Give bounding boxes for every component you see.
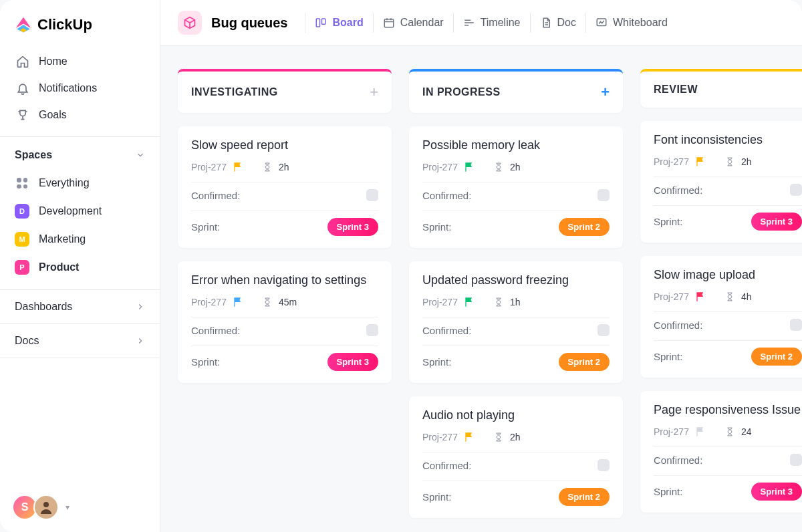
add-card-button[interactable]: +: [601, 84, 610, 101]
task-card[interactable]: Font inconsistenciesProj-2772hConfirmed:…: [640, 121, 802, 243]
hourglass-icon: [494, 297, 503, 307]
task-card[interactable]: Audio not playingProj-2772hConfirmed:Spr…: [409, 396, 623, 518]
flag-icon: [696, 426, 706, 437]
project-id: Proj-277: [422, 432, 458, 442]
nav-label: Notifications: [39, 82, 97, 94]
space-product[interactable]: P Product: [0, 253, 160, 281]
confirmed-checkbox[interactable]: [366, 324, 378, 336]
time-estimate: 2h: [510, 432, 521, 442]
user-avatars[interactable]: S ▾: [12, 495, 70, 520]
sprint-badge[interactable]: Sprint 3: [751, 483, 802, 501]
sprint-badge[interactable]: Sprint 2: [559, 353, 610, 371]
flag-icon: [464, 162, 475, 172]
field-label: Confirmed:: [191, 325, 240, 336]
tab-board[interactable]: Board: [305, 13, 372, 33]
task-card[interactable]: Error when navigating to settingsProj-27…: [178, 261, 392, 383]
task-card[interactable]: Slow speed reportProj-2772hConfirmed:Spr…: [178, 126, 392, 248]
tab-timeline[interactable]: Timeline: [453, 13, 530, 33]
space-development[interactable]: D Development: [0, 197, 160, 225]
grid-icon: [15, 176, 29, 190]
app-logo[interactable]: ClickUp: [0, 0, 160, 45]
hourglass-icon: [263, 162, 272, 172]
column-review: REVIEWFont inconsistenciesProj-2772hConf…: [640, 69, 802, 532]
tab-label: Doc: [557, 17, 576, 29]
confirmed-checkbox[interactable]: [790, 319, 802, 331]
hourglass-icon: [263, 297, 272, 307]
nav-dashboards[interactable]: Dashboards: [0, 290, 160, 323]
sprint-field: Sprint:Sprint 3: [654, 205, 802, 231]
nav-docs[interactable]: Docs: [0, 324, 160, 358]
bell-icon: [16, 82, 29, 95]
space-marketing[interactable]: M Marketing: [0, 225, 160, 253]
sprint-badge[interactable]: Sprint 2: [751, 348, 802, 366]
sprint-badge[interactable]: Sprint 3: [751, 213, 802, 231]
field-label: Confirmed:: [422, 325, 471, 336]
task-card[interactable]: Possible memory leakProj-2772hConfirmed:…: [409, 126, 623, 248]
space-badge-icon: D: [15, 204, 29, 219]
page-icon: [178, 11, 202, 35]
column-header: IN PROGRESS+: [409, 69, 623, 113]
confirmed-checkbox[interactable]: [597, 189, 610, 201]
sprint-field: Sprint:Sprint 3: [191, 346, 378, 371]
space-badge-icon: P: [15, 260, 29, 275]
nav-goals[interactable]: Goals: [0, 102, 160, 128]
confirmed-checkbox[interactable]: [597, 324, 610, 336]
spaces-header[interactable]: Spaces: [0, 137, 160, 169]
field-label: Sprint:: [422, 491, 451, 503]
sprint-field: Sprint:Sprint 2: [422, 346, 610, 371]
view-tabs: Board Calendar Timeline Doc: [305, 13, 676, 33]
confirmed-checkbox[interactable]: [790, 184, 802, 196]
field-label: Confirmed:: [654, 184, 702, 196]
tab-doc[interactable]: Doc: [530, 13, 585, 33]
sprint-field: Sprint:Sprint 2: [422, 481, 610, 506]
confirmed-checkbox[interactable]: [366, 189, 378, 201]
flag-icon: [233, 162, 244, 172]
task-card[interactable]: Slow image uploadProj-2774hConfirmed:Spr…: [640, 256, 802, 378]
board: INVESTIGATING+Slow speed reportProj-2772…: [160, 46, 802, 532]
column-header: INVESTIGATING+: [178, 69, 392, 113]
field-label: Sprint:: [654, 216, 682, 227]
trophy-icon: [16, 108, 29, 122]
card-meta: Proj-2771h: [422, 297, 610, 307]
space-label: Marketing: [39, 233, 86, 245]
field-label: Sprint:: [422, 356, 451, 368]
flag-icon: [696, 156, 706, 167]
sprint-badge[interactable]: Sprint 2: [559, 218, 610, 236]
confirmed-checkbox[interactable]: [597, 459, 610, 471]
nav-notifications[interactable]: Notifications: [0, 75, 160, 102]
chevron-right-icon: [136, 336, 145, 346]
sprint-badge[interactable]: Sprint 3: [327, 218, 378, 236]
field-label: Sprint:: [654, 351, 682, 362]
add-card-button[interactable]: +: [370, 84, 378, 101]
nav-home[interactable]: Home: [0, 48, 160, 75]
hourglass-icon: [725, 427, 734, 436]
svg-rect-6: [384, 19, 394, 27]
task-card[interactable]: Page responsiveness IssueProj-27724Confi…: [640, 391, 802, 513]
card-title: Font inconsistencies: [654, 133, 802, 147]
tab-calendar[interactable]: Calendar: [373, 13, 453, 33]
space-label: Everything: [39, 177, 90, 189]
sprint-field: Sprint:Sprint 2: [654, 340, 802, 366]
home-icon: [16, 55, 29, 68]
time-estimate: 4h: [741, 291, 752, 302]
project-id: Proj-277: [191, 162, 227, 172]
tab-label: Calendar: [400, 17, 444, 29]
app-name: ClickUp: [37, 16, 92, 33]
confirmed-checkbox[interactable]: [790, 454, 802, 466]
confirmed-field: Confirmed:: [654, 176, 802, 196]
doc-icon: [540, 17, 552, 29]
column-header: REVIEW: [640, 69, 802, 108]
section-label: Spaces: [15, 149, 52, 161]
field-label: Confirmed:: [654, 454, 702, 466]
space-label: Development: [39, 205, 102, 217]
field-label: Sprint:: [422, 221, 451, 233]
space-everything[interactable]: Everything: [0, 169, 160, 197]
tab-whiteboard[interactable]: Whiteboard: [585, 13, 677, 33]
field-label: Confirmed:: [422, 460, 471, 471]
sprint-badge[interactable]: Sprint 2: [559, 488, 610, 506]
sprint-badge[interactable]: Sprint 3: [327, 353, 378, 371]
space-label: Product: [39, 261, 79, 273]
task-card[interactable]: Updated password freezingProj-2771hConfi…: [409, 261, 623, 383]
card-meta: Proj-2772h: [191, 162, 378, 172]
svg-point-3: [43, 502, 49, 507]
